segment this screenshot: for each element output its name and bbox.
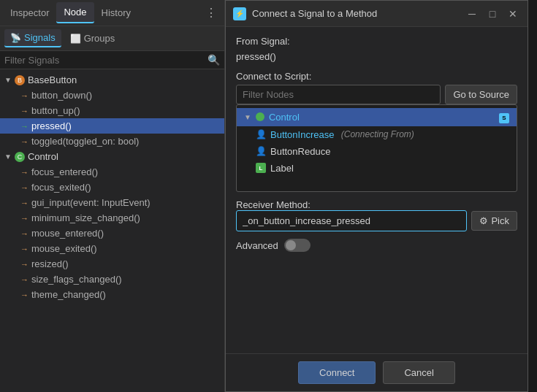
person-icon: 👤 bbox=[256, 129, 266, 139]
tab-inspector[interactable]: Inspector bbox=[3, 3, 56, 23]
receiver-row: ⚙ Pick bbox=[236, 210, 517, 231]
node-control-label: Control bbox=[269, 112, 300, 123]
signal-resized[interactable]: → resized() bbox=[0, 256, 224, 272]
right-strip bbox=[528, 0, 537, 392]
advanced-row: Advanced bbox=[236, 239, 517, 252]
signal-arrow-icon: → bbox=[20, 107, 28, 115]
cancel-button[interactable]: Cancel bbox=[383, 361, 454, 384]
signal-button-down[interactable]: → button_down() bbox=[0, 88, 224, 103]
sub-tab-signals[interactable]: 📡 Signals bbox=[4, 29, 61, 47]
group-control-header[interactable]: ▼ C Control bbox=[0, 149, 224, 164]
node-button-increase-label: ButtonIncrease bbox=[270, 129, 334, 140]
signal-focus-exited-label: focus_exited() bbox=[31, 182, 91, 193]
signal-mouse-exited-label: mouse_exited() bbox=[31, 243, 97, 254]
base-button-icon: B bbox=[15, 75, 25, 85]
signal-arrow-icon: → bbox=[20, 245, 28, 253]
signal-arrow-icon: → bbox=[20, 291, 28, 299]
signal-arrow-icon: → bbox=[20, 199, 28, 207]
tab-bar: Inspector Node History ⋮ bbox=[0, 0, 224, 26]
filter-nodes-input[interactable] bbox=[236, 85, 441, 104]
signal-arrow-icon: → bbox=[20, 91, 28, 100]
signal-gui-input-label: gui_input(event: InputEvent) bbox=[31, 197, 151, 208]
signal-toggled-label: toggled(toggled_on: bool) bbox=[31, 136, 139, 147]
signal-arrow-icon: → bbox=[20, 137, 28, 146]
dialog-icon: ⚡ bbox=[233, 7, 246, 20]
connect-button[interactable]: Connect bbox=[298, 361, 376, 384]
signal-minimum-size-changed[interactable]: → minimum_size_changed() bbox=[0, 210, 224, 226]
node-button-increase[interactable]: 👤 ButtonIncrease (Connecting From) bbox=[237, 126, 517, 143]
person-icon: 👤 bbox=[256, 146, 266, 156]
minimize-button[interactable]: ─ bbox=[465, 7, 479, 21]
left-panel: Inspector Node History ⋮ 📡 Signals ⬜ Gro… bbox=[0, 0, 225, 392]
search-icon: 🔍 bbox=[207, 54, 220, 66]
signal-minimum-size-changed-label: minimum_size_changed() bbox=[31, 212, 140, 223]
signal-pressed-label: pressed() bbox=[31, 120, 72, 131]
from-signal-section: From Signal: pressed() bbox=[236, 36, 517, 64]
connect-signal-dialog: ⚡ Connect a Signal to a Method ─ □ ✕ Fro… bbox=[225, 0, 528, 392]
dialog-title-bar: ⚡ Connect a Signal to a Method ─ □ ✕ bbox=[226, 1, 528, 27]
script-icon: S bbox=[499, 113, 509, 123]
signal-tree: ▼ B BaseButton → button_down() → button_… bbox=[0, 69, 224, 392]
signal-size-flags-changed[interactable]: → size_flags_changed() bbox=[0, 272, 224, 287]
tab-history[interactable]: History bbox=[94, 3, 138, 23]
advanced-label: Advanced bbox=[236, 240, 278, 251]
from-signal-value: pressed() bbox=[236, 50, 517, 64]
from-signal-label: From Signal: bbox=[236, 36, 517, 47]
signal-arrow-icon: → bbox=[20, 214, 28, 223]
signal-arrow-icon: → bbox=[20, 183, 28, 192]
node-arrow-control: ▼ bbox=[244, 113, 251, 121]
receiver-method-input[interactable] bbox=[236, 210, 467, 231]
signal-arrow-icon: → bbox=[20, 229, 28, 238]
connecting-from-label: (Connecting From) bbox=[338, 129, 414, 139]
signal-theme-changed[interactable]: → theme_changed() bbox=[0, 287, 224, 302]
filter-bar: 🔍 bbox=[0, 51, 224, 69]
sub-tab-groups-label: Groups bbox=[84, 33, 115, 44]
close-button[interactable]: ✕ bbox=[506, 7, 520, 21]
node-control[interactable]: ▼ Control S bbox=[237, 108, 517, 126]
signal-resized-label: resized() bbox=[31, 258, 69, 269]
signal-mouse-exited[interactable]: → mouse_exited() bbox=[0, 241, 224, 256]
filter-signals-input[interactable] bbox=[4, 55, 205, 66]
signal-mouse-entered[interactable]: → mouse_entered() bbox=[0, 226, 224, 241]
connect-to-script-label: Connect to Script: bbox=[236, 71, 517, 82]
signal-arrow-icon: → bbox=[20, 168, 28, 177]
signal-button-down-label: button_down() bbox=[31, 90, 92, 101]
sub-tab-bar: 📡 Signals ⬜ Groups bbox=[0, 26, 224, 51]
sub-tab-groups[interactable]: ⬜ Groups bbox=[64, 30, 121, 47]
group-base-button-header[interactable]: ▼ B BaseButton bbox=[0, 72, 224, 88]
node-tree: ▼ Control S 👤 ButtonIncrease (Connecting… bbox=[236, 104, 517, 192]
signal-button-up[interactable]: → button_up() bbox=[0, 103, 224, 118]
group-control-label: Control bbox=[28, 151, 58, 162]
signal-focus-entered[interactable]: → focus_entered() bbox=[0, 164, 224, 180]
tab-node[interactable]: Node bbox=[56, 2, 94, 23]
label-icon: L bbox=[256, 163, 266, 173]
signal-pressed[interactable]: → pressed() bbox=[0, 118, 224, 134]
advanced-toggle[interactable] bbox=[284, 239, 311, 252]
signal-toggled[interactable]: → toggled(toggled_on: bool) bbox=[0, 134, 224, 149]
groups-icon: ⬜ bbox=[70, 34, 81, 44]
signal-mouse-entered-label: mouse_entered() bbox=[31, 228, 104, 239]
group-arrow-control: ▼ bbox=[4, 153, 12, 161]
tab-menu-button[interactable]: ⋮ bbox=[201, 4, 221, 21]
filter-nodes-row: Go to Source bbox=[236, 85, 517, 104]
node-label-text: Label bbox=[270, 163, 294, 174]
receiver-method-section: Receiver Method: ⚙ Pick bbox=[236, 199, 517, 231]
goto-source-button[interactable]: Go to Source bbox=[445, 85, 517, 104]
group-base-button-label: BaseButton bbox=[28, 74, 77, 85]
signal-button-up-label: button_up() bbox=[31, 105, 80, 116]
signal-arrow-icon: → bbox=[20, 260, 28, 269]
node-button-reduce[interactable]: 👤 ButtonReduce bbox=[237, 143, 517, 160]
dialog-body: From Signal: pressed() Connect to Script… bbox=[226, 27, 528, 353]
maximize-button[interactable]: □ bbox=[485, 7, 500, 21]
signal-size-flags-changed-label: size_flags_changed() bbox=[31, 274, 122, 285]
signal-focus-exited[interactable]: → focus_exited() bbox=[0, 180, 224, 195]
group-arrow-base-button: ▼ bbox=[4, 76, 12, 84]
signal-arrow-icon: → bbox=[20, 122, 28, 131]
pick-button[interactable]: ⚙ Pick bbox=[471, 211, 517, 231]
pick-label: Pick bbox=[491, 215, 509, 226]
dialog-footer: Connect Cancel bbox=[226, 353, 528, 391]
signal-gui-input[interactable]: → gui_input(event: InputEvent) bbox=[0, 195, 224, 210]
sub-tab-signals-label: Signals bbox=[24, 32, 56, 43]
node-label[interactable]: L Label bbox=[237, 160, 517, 177]
receiver-method-label: Receiver Method: bbox=[236, 199, 517, 210]
